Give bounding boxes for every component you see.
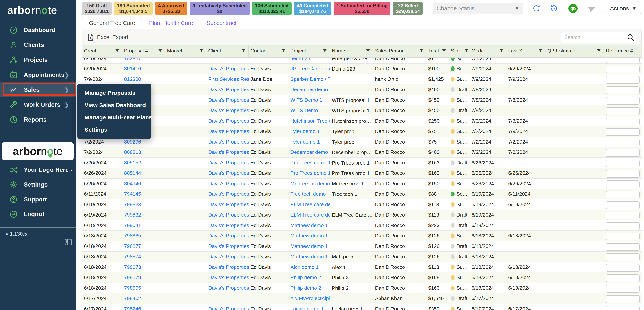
sidebar-item-settings[interactable]: Settings❯ — [0, 177, 76, 192]
filter-icon[interactable] — [115, 48, 120, 53]
reference-input[interactable] — [606, 160, 640, 167]
project-link[interactable]: ELM Tree care demo — [290, 202, 330, 208]
client-link[interactable]: Davis's Properties — [208, 243, 248, 249]
filter-icon[interactable] — [241, 48, 246, 53]
proposal-link[interactable]: 805144 — [124, 170, 141, 176]
refresh-icon[interactable] — [532, 4, 541, 13]
proposal-link[interactable]: 809296 — [124, 139, 141, 145]
project-link[interactable]: Lucjan demo 1 — [290, 306, 324, 310]
reference-input[interactable] — [606, 149, 640, 157]
filter-icon[interactable] — [322, 48, 327, 53]
menu-item-manage-multi-year-plans[interactable]: Manage Multi-Year Plans — [77, 111, 151, 124]
filter-icon[interactable] — [366, 48, 370, 53]
project-link[interactable]: Matthew demo 1 — [290, 243, 328, 249]
reference-input[interactable] — [606, 170, 640, 178]
collapse-sidebar-icon[interactable] — [64, 238, 73, 246]
table-row[interactable]: 6/18/2024798579Davis's PropertiesEd Davi… — [82, 273, 642, 283]
project-link[interactable]: Pro Trees demo 1 — [290, 160, 330, 166]
project-link[interactable]: Philip demo 2 — [290, 275, 321, 281]
client-link[interactable]: Davis's Properties — [208, 285, 248, 291]
actions-button[interactable]: Actions ▼ — [605, 3, 641, 14]
table-row[interactable]: 7/2/2024808813Davis's PropertiesEd Davis… — [82, 147, 642, 158]
column-header-market[interactable]: Market — [165, 45, 206, 56]
filter-icon[interactable] — [419, 48, 424, 53]
table-row[interactable]: Davis's PropertiesEd DavisDecember demo … — [82, 84, 642, 95]
project-link[interactable]: Matthew demo 1 — [290, 254, 328, 260]
table-row[interactable]: 6/18/2024799041Davis's PropertiesEd Davi… — [82, 220, 642, 231]
client-link[interactable]: Davis's Properties — [208, 149, 248, 155]
client-link[interactable]: Davis's Properties — [208, 254, 248, 260]
reference-input[interactable] — [606, 58, 640, 63]
reference-input[interactable] — [606, 233, 640, 240]
client-link[interactable]: Davis's Properties — [208, 160, 248, 166]
filter-icon[interactable] — [199, 48, 204, 53]
table-row[interactable]: 6/19/2024799833Davis's PropertiesEd Davi… — [82, 199, 642, 210]
project-link[interactable]: Philip demo 2 — [290, 285, 321, 291]
reference-input[interactable] — [606, 107, 640, 115]
project-link[interactable]: Matthew demo 1 — [290, 233, 328, 239]
table-row[interactable]: Davis's PropertiesEd DavisWITS Demo 1WIT… — [82, 95, 642, 106]
project-link[interactable]: ELM Tree care demo — [290, 212, 330, 218]
filter-icon[interactable] — [596, 48, 602, 53]
project-link[interactable]: Tyler demo 1 — [290, 128, 320, 134]
column-header-reference[interactable]: Reference # — [604, 45, 642, 56]
client-link[interactable]: Davis's Properties — [208, 107, 248, 113]
client-link[interactable]: Davis's Properties — [208, 97, 248, 103]
proposal-link[interactable]: 798579 — [124, 275, 141, 281]
excel-export-button[interactable]: Excel Export — [87, 33, 128, 41]
project-link[interactable]: Tyler demo 1 — [290, 139, 320, 145]
change-status-dropdown[interactable]: Change Status ▼ — [433, 3, 523, 14]
client-link[interactable]: Davis's Properties — [208, 128, 248, 134]
table-row[interactable]: 6/11/2024794145Davis's PropertiesEd Davi… — [82, 189, 642, 199]
project-link[interactable]: Tree tech demo — [290, 191, 326, 197]
project-link[interactable]: WITS Demo 1 — [290, 107, 322, 113]
table-row[interactable]: 6/18/2024798673Davis's PropertiesEd Davi… — [82, 262, 642, 273]
reference-input[interactable] — [606, 201, 640, 209]
client-link[interactable]: First Services Residential — [208, 76, 248, 82]
proposal-link[interactable]: 799833 — [124, 202, 141, 208]
proposal-link[interactable]: 798877 — [124, 243, 141, 249]
proposal-link[interactable]: 804946 — [124, 181, 141, 187]
column-header-total[interactable]: Total — [426, 45, 449, 56]
filter-icon[interactable] — [281, 48, 286, 53]
menu-item-view-sales-dashboard[interactable]: View Sales Dashboard — [77, 99, 151, 111]
filter-icon[interactable] — [464, 48, 469, 53]
horizontal-scrollbar[interactable] — [82, 57, 642, 58]
reference-input[interactable] — [606, 285, 640, 293]
proposal-link[interactable]: 798505 — [124, 285, 141, 291]
column-header-created[interactable]: Creat... — [82, 45, 122, 56]
search-icon[interactable] — [626, 33, 634, 41]
project-link[interactable]: December demo 1 — [290, 87, 330, 92]
table-row[interactable]: 6/18/2024798877Davis's PropertiesEd Davi… — [82, 241, 642, 252]
table-row[interactable]: Davis's PropertiesEd DavisWITS Demo 1WIT… — [82, 105, 642, 116]
sidebar-item-your-logo[interactable]: Your Logo Here -❯ — [0, 162, 76, 177]
sidebar-item-sales[interactable]: Sales❯ — [0, 82, 76, 97]
sidebar-item-work-orders[interactable]: Work Orders❯ — [0, 97, 76, 112]
column-header-modified[interactable]: Modifi... — [470, 45, 506, 56]
reference-input[interactable] — [606, 274, 640, 282]
reference-input[interactable] — [606, 295, 640, 303]
proposal-link[interactable]: 798402 — [124, 296, 141, 301]
proposal-link[interactable]: 798874 — [124, 254, 141, 260]
sidebar-item-appointments[interactable]: Appointments❯ — [0, 67, 76, 82]
client-link[interactable]: Davis's Properties — [208, 118, 248, 124]
project-link[interactable]: Pro Trees demo 1 — [290, 170, 330, 176]
client-link[interactable]: Davis's Properties — [208, 212, 248, 218]
table-row[interactable]: 7/2/2024809296Davis's PropertiesEd Davis… — [82, 137, 642, 147]
reference-input[interactable] — [606, 97, 640, 105]
column-header-project[interactable]: Project — [288, 45, 330, 56]
sidebar-item-projects[interactable]: Projects❯ — [0, 52, 76, 67]
column-header-sales[interactable]: Sales Person — [373, 45, 426, 56]
reference-input[interactable] — [606, 128, 640, 136]
reference-input[interactable] — [606, 65, 640, 73]
sidebar-item-clients[interactable]: Clients❯ — [0, 37, 76, 52]
sidebar-item-logout[interactable]: Logout❯ — [0, 207, 76, 222]
project-link[interactable]: JP Tree Care demo 1 — [290, 66, 330, 72]
table-row[interactable]: 6/26/2024804946Davis's PropertiesEd Davi… — [82, 179, 642, 189]
table-row[interactable]: 6/18/2024798885Davis's PropertiesEd Davi… — [82, 231, 642, 241]
reference-input[interactable] — [606, 76, 640, 84]
proposal-link[interactable]: 801416 — [124, 66, 141, 72]
proposal-link[interactable]: 805152 — [124, 160, 141, 166]
client-link[interactable]: Davis's Properties — [208, 264, 248, 270]
proposal-link[interactable]: 799832 — [124, 212, 141, 218]
